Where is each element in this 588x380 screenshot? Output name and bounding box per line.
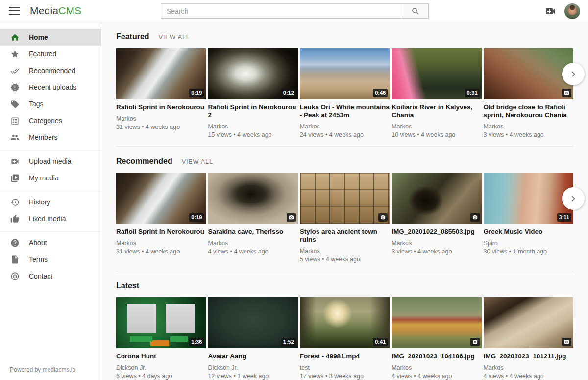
sidebar-item-label: Recent uploads [29, 83, 76, 91]
media-title[interactable]: Greek Music Video [484, 228, 573, 236]
media-author[interactable]: Markos [392, 123, 481, 130]
camera-icon [289, 215, 294, 220]
media-thumbnail[interactable]: 0:31 [392, 48, 481, 99]
logo[interactable]: MediaCMS [30, 5, 81, 17]
media-card[interactable]: 3:11 Greek Music Video Spiro 30 views • … [484, 173, 573, 263]
sidebar-item-categories[interactable]: Categories [0, 112, 101, 129]
media-author[interactable]: Markos [116, 240, 206, 247]
media-author[interactable]: Markos [116, 115, 206, 122]
media-card[interactable]: IMG_20201022_085503.jpg Markos 3 views •… [392, 173, 481, 263]
media-thumbnail[interactable] [392, 297, 481, 348]
media-meta: 10 views • 4 weeks ago [392, 131, 481, 138]
media-card[interactable]: IMG_20201023_101211.jpg Markos 4 views •… [484, 297, 573, 380]
media-card[interactable]: 0:41 Forest - 49981.mp4 test 17 views • … [300, 297, 390, 380]
section-header: Recommended VIEW ALL [116, 157, 573, 166]
media-author[interactable]: Markos [300, 248, 390, 254]
sidebar-group: About Terms Contact [0, 232, 101, 289]
media-thumbnail[interactable]: 0:41 [300, 297, 390, 348]
menu-button[interactable] [9, 7, 20, 15]
media-title[interactable]: Stylos area ancient town ruins [300, 228, 390, 244]
media-card-row: 1:36 Corona Hunt Dickson Jr. 6 views • 4… [116, 297, 573, 380]
view-all-link[interactable]: VIEW ALL [159, 33, 190, 41]
media-title[interactable]: IMG_20201023_101211.jpg [484, 353, 573, 360]
media-thumbnail[interactable] [392, 173, 481, 224]
media-author[interactable]: Dickson Jr. [116, 364, 206, 371]
media-card[interactable]: 0:12 Rafioli Sprint in Nerokourou 2 Mark… [208, 48, 297, 138]
sidebar-item-home[interactable]: Home [0, 29, 101, 46]
media-title[interactable]: Rafioli Sprint in Nerokourou [116, 228, 206, 236]
media-thumbnail[interactable] [208, 173, 297, 224]
media-title[interactable]: Rafioli Sprint in Nerokourou [116, 103, 206, 111]
media-thumbnail[interactable] [484, 297, 573, 348]
sidebar-item-featured[interactable]: Featured [0, 46, 101, 62]
media-author[interactable]: Markos [300, 123, 390, 130]
media-title[interactable]: Sarakina cave, Therisso [208, 228, 297, 236]
media-title[interactable]: Old bridge close to Rafioli sprint, Nero… [484, 103, 573, 119]
sidebar-item-members[interactable]: Members [0, 129, 101, 146]
upload-media-button[interactable] [544, 5, 556, 17]
carousel-next-button[interactable] [562, 63, 585, 85]
user-avatar[interactable] [564, 3, 580, 19]
media-thumbnail[interactable]: 3:11 [484, 173, 573, 224]
categories-icon [10, 116, 20, 126]
media-card[interactable]: 0:19 Rafioli Sprint in Nerokourou Markos… [116, 173, 206, 263]
media-title[interactable]: IMG_20201022_085503.jpg [392, 228, 481, 236]
search-input[interactable] [161, 3, 402, 19]
media-author[interactable]: test [300, 364, 390, 371]
sidebar-item-recommended[interactable]: Recommended [0, 62, 101, 79]
media-card[interactable]: Sarakina cave, Therisso Markos 4 views •… [208, 173, 297, 263]
media-thumbnail[interactable] [300, 173, 390, 224]
media-title[interactable]: Leuka Ori - White mountains - Peak at 24… [300, 103, 390, 119]
media-card[interactable]: IMG_20201023_104106.jpg Markos 4 views •… [392, 297, 481, 380]
media-title[interactable]: Rafioli Sprint in Nerokourou 2 [208, 103, 297, 119]
sidebar-item-upload-media[interactable]: Upload media [0, 153, 101, 170]
section-title: Featured [116, 32, 149, 41]
media-author[interactable]: Markos [208, 123, 297, 130]
sidebar-item-terms[interactable]: Terms [0, 251, 101, 268]
media-thumbnail[interactable] [484, 48, 573, 99]
media-thumbnail[interactable]: 0:12 [208, 48, 297, 99]
media-meta: 4 views • 4 weeks ago [484, 373, 573, 380]
sidebar-group: Upload media My media [0, 151, 101, 191]
sidebar-item-about[interactable]: About [0, 234, 101, 251]
media-thumbnail[interactable]: 1:52 [208, 297, 297, 348]
media-card[interactable]: 1:36 Corona Hunt Dickson Jr. 6 views • 4… [116, 297, 206, 380]
carousel-next-button[interactable] [562, 187, 585, 210]
sidebar-item-my-media[interactable]: My media [0, 170, 101, 186]
sidebar-item-tags[interactable]: Tags [0, 96, 101, 112]
media-title[interactable]: Koiliaris River in Kalyves, Chania [392, 103, 481, 119]
media-title[interactable]: IMG_20201023_104106.jpg [392, 353, 481, 360]
sidebar-item-liked-media[interactable]: Liked media [0, 210, 101, 227]
sidebar-item-contact[interactable]: Contact [0, 268, 101, 284]
media-thumbnail[interactable]: 0:19 [116, 173, 206, 224]
sidebar-item-label: Terms [29, 255, 48, 263]
media-thumbnail[interactable]: 0:46 [300, 48, 390, 99]
media-author[interactable]: Markos [392, 240, 481, 247]
media-card[interactable]: 0:19 Rafioli Sprint in Nerokourou Markos… [116, 48, 206, 138]
duration-badge: 0:41 [373, 338, 388, 346]
media-author[interactable]: Dickson Jr. [208, 364, 297, 371]
search-icon [411, 7, 420, 16]
media-card[interactable]: Old bridge close to Rafioli sprint, Nero… [484, 48, 573, 138]
media-title[interactable]: Avatar Aang [208, 353, 297, 360]
media-author[interactable]: Spiro [484, 240, 573, 247]
duration-badge: 0:19 [189, 89, 204, 97]
media-author[interactable]: Markos [208, 240, 297, 247]
view-all-link[interactable]: VIEW ALL [182, 158, 213, 165]
media-card[interactable]: 0:46 Leuka Ori - White mountains - Peak … [300, 48, 390, 138]
search-button[interactable] [402, 3, 429, 19]
media-thumbnail[interactable]: 1:36 [116, 297, 206, 348]
media-title[interactable]: Corona Hunt [116, 353, 206, 360]
media-author[interactable]: Markos [484, 364, 573, 371]
logo-text-cms: CMS [58, 5, 81, 16]
media-card[interactable]: 0:31 Koiliaris River in Kalyves, Chania … [392, 48, 481, 138]
media-card[interactable]: Stylos area ancient town ruins Markos 5 … [300, 173, 390, 263]
media-author[interactable]: Markos [484, 123, 573, 130]
sidebar-item-history[interactable]: History [0, 194, 101, 210]
media-meta: 3 views • 4 weeks ago [484, 131, 573, 138]
media-thumbnail[interactable]: 0:19 [116, 48, 206, 99]
media-card[interactable]: 1:52 Avatar Aang Dickson Jr. 12 views • … [208, 297, 297, 380]
media-author[interactable]: Markos [392, 364, 481, 371]
sidebar-item-recent-uploads[interactable]: Recent uploads [0, 79, 101, 96]
media-title[interactable]: Forest - 49981.mp4 [300, 353, 390, 360]
